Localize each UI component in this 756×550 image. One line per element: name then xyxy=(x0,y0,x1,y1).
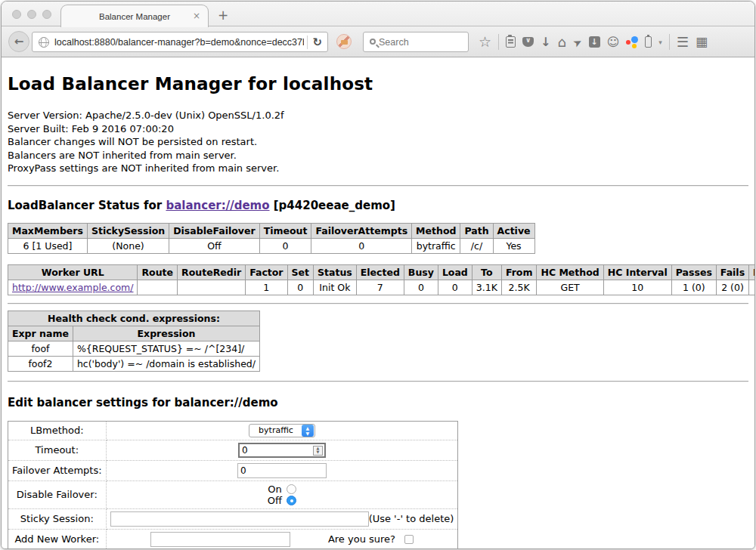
sticky-session-hint: (Use '-' to delete) xyxy=(369,513,454,524)
radio-on-label: On xyxy=(268,484,281,495)
home-icon[interactable]: ⌂ xyxy=(557,36,565,49)
header-busy: Busy xyxy=(404,264,438,280)
tab-close-icon[interactable]: × xyxy=(193,11,200,21)
search-input[interactable] xyxy=(379,37,468,48)
tab-strip: Balancer Manager × + xyxy=(2,2,754,26)
sticky-session-input[interactable] xyxy=(110,511,369,527)
cell-expr-name: foof2 xyxy=(8,356,73,371)
form-row-timeout: Timeout: ▲▼ xyxy=(8,440,458,460)
url-bar[interactable]: ↻ xyxy=(32,32,328,52)
health-check-table: Health check cond. expressions: Expr nam… xyxy=(8,311,260,372)
back-button[interactable]: ← xyxy=(8,31,29,52)
new-tab-button[interactable]: + xyxy=(218,8,228,23)
reload-icon[interactable]: ↻ xyxy=(312,36,322,49)
cell-worker-url: http://www.example.com/ xyxy=(8,280,138,295)
cell-set: 0 xyxy=(287,280,313,295)
header-expr-name: Expr name xyxy=(8,326,73,341)
table-header-row: Worker URL Route RouteRedir Factor Set S… xyxy=(8,264,756,280)
radio-on-button[interactable] xyxy=(287,484,296,494)
server-built-line: Server Built: Feb 9 2016 07:00:20 xyxy=(8,122,748,136)
cell-stickysession: (None) xyxy=(87,238,169,253)
header-passes: Passes xyxy=(671,264,716,280)
health-header-row: Expr name Expression xyxy=(8,326,260,341)
cell-fails: 2 (0) xyxy=(716,280,748,295)
cell-hc-method: GET xyxy=(537,280,603,295)
number-spinner-icon[interactable]: ▲▼ xyxy=(313,446,323,456)
downloads-icon[interactable]: ↓ xyxy=(541,36,550,48)
add-worker-label: Add New Worker: xyxy=(8,529,107,549)
edit-balancer-form: LBmethod: bytraffic ▲▼ Timeout: ▲▼ xyxy=(8,421,458,550)
send-tab-icon[interactable]: ➤ xyxy=(571,36,584,49)
header-active: Active xyxy=(493,223,534,238)
cell-expression: %{REQUEST_STATUS} =~ /^[234]/ xyxy=(73,341,259,356)
cell-path: /c/ xyxy=(460,238,493,253)
urlbar-divider xyxy=(307,36,308,49)
header-failoverattempts: FailoverAttempts xyxy=(311,223,412,238)
url-input[interactable] xyxy=(54,37,304,48)
cell-hc-interval: 10 xyxy=(603,280,671,295)
table-header-row: MaxMembers StickySession DisableFailover… xyxy=(8,223,535,238)
edit-settings-heading: Edit balancer settings for balancer://de… xyxy=(8,396,748,409)
toolbar-icons: ☆ ↓ ⌂ ➤ ↓ ☺ ▾ ☰ ▦ xyxy=(479,26,708,57)
battery-icon[interactable] xyxy=(645,36,652,48)
colorful-extension-icon[interactable] xyxy=(626,36,638,48)
overflow-caret-icon[interactable]: ▾ xyxy=(658,39,662,46)
lbmethod-selected-value: bytraffic xyxy=(249,425,301,435)
header-disablefailover: DisableFailover xyxy=(169,223,259,238)
radio-off-button[interactable] xyxy=(287,496,296,505)
section-divider xyxy=(8,381,748,382)
header-to: To xyxy=(472,264,501,280)
browser-window: Balancer Manager × + ← ↻ ☆ ↓ ⌂ ➤ ↓ xyxy=(1,1,755,549)
cell-active: Yes xyxy=(493,238,534,253)
smiley-icon[interactable]: ☺ xyxy=(607,36,620,48)
clipboard-icon[interactable] xyxy=(506,36,516,48)
globe-icon xyxy=(39,37,49,48)
health-row: foof %{REQUEST_STATUS} =~ /^[234]/ xyxy=(8,341,260,356)
header-maxmembers: MaxMembers xyxy=(8,223,88,238)
cell-passes: 1 (0) xyxy=(671,280,716,295)
worker-table: Worker URL Route RouteRedir Factor Set S… xyxy=(8,264,755,295)
cell-factor: 1 xyxy=(246,280,287,295)
blocked-content-icon[interactable] xyxy=(336,34,352,49)
header-elected: Elected xyxy=(356,264,404,280)
browser-tab[interactable]: Balancer Manager × xyxy=(60,5,209,27)
header-stickysession: StickySession xyxy=(87,223,169,238)
back-icon: ← xyxy=(14,35,24,48)
lbmethod-select[interactable]: bytraffic ▲▼ xyxy=(249,424,315,437)
search-bar[interactable] xyxy=(363,32,469,52)
timeout-label: Timeout: xyxy=(8,440,107,460)
worker-url-link[interactable]: http://www.example.com/ xyxy=(12,282,133,293)
cell-expression: hc('body') =~ /domain is established/ xyxy=(73,356,259,371)
status-heading-suffix: [p4420eeae_demo] xyxy=(270,199,395,212)
are-you-sure-checkbox[interactable] xyxy=(404,535,414,544)
close-window-button[interactable] xyxy=(12,10,21,19)
table-row: 6 [1 Used] (None) Off 0 0 bytraffic /c/ … xyxy=(8,238,535,253)
failover-attempts-input[interactable] xyxy=(237,463,327,478)
add-worker-input[interactable] xyxy=(150,532,290,547)
worker-row: http://www.example.com/ 1 0 Init Ok 7 0 … xyxy=(8,280,756,295)
zoom-window-button[interactable] xyxy=(42,10,51,19)
menu-icon[interactable]: ☰ xyxy=(677,36,689,49)
form-row-sticky-session: Sticky Session: (Use '-' to delete) xyxy=(8,508,458,529)
grid-extension-icon[interactable]: ▦ xyxy=(696,36,708,48)
page-title: Load Balancer Manager for localhost xyxy=(8,57,748,94)
cell-elected: 7 xyxy=(356,280,404,295)
sticky-session-label: Sticky Session: xyxy=(8,508,107,529)
persist-notice-line: Balancer changes will NOT be persisted o… xyxy=(8,135,748,149)
status-heading-prefix: LoadBalancer Status for xyxy=(8,199,166,212)
minimize-window-button[interactable] xyxy=(27,10,36,19)
header-expression: Expression xyxy=(73,326,259,341)
header-path: Path xyxy=(460,223,493,238)
cell-load: 0 xyxy=(438,280,472,295)
server-version-line: Server Version: Apache/2.5.0-dev (Unix) … xyxy=(8,109,748,122)
health-row: foof2 hc('body') =~ /domain is establish… xyxy=(8,356,260,371)
header-routeredir: RouteRedir xyxy=(178,264,246,280)
pocket-icon[interactable] xyxy=(522,37,534,47)
balancer-demo-link[interactable]: balancer://demo xyxy=(166,199,269,212)
health-table-title: Health check cond. expressions: xyxy=(8,311,260,326)
tab-title: Balancer Manager xyxy=(99,12,170,21)
bookmark-star-icon[interactable]: ☆ xyxy=(479,35,491,49)
server-info: Server Version: Apache/2.5.0-dev (Unix) … xyxy=(8,109,748,175)
cell-disablefailover: Off xyxy=(169,238,259,253)
panel-download-icon[interactable]: ↓ xyxy=(589,36,600,48)
